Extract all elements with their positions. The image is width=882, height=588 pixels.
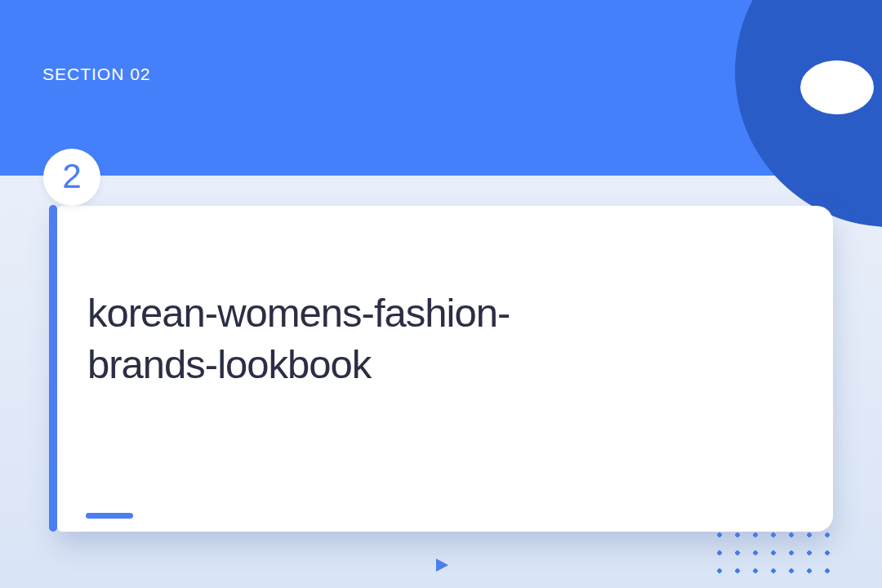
card-underline-dash — [86, 513, 133, 519]
card-title-line-2: brands-lookbook — [87, 339, 510, 390]
step-number-badge: 2 — [43, 149, 100, 206]
step-number: 2 — [62, 159, 81, 196]
card-accent-bar — [49, 205, 57, 532]
dark-circle-decoration — [735, 0, 882, 227]
dot-grid-decoration — [710, 526, 836, 580]
white-ellipse-decoration — [800, 60, 874, 114]
card-title-line-1: korean-womens-fashion- — [87, 287, 510, 339]
play-triangle-icon[interactable] — [436, 559, 448, 572]
section-label: SECTION 02 — [42, 65, 151, 84]
card-title: korean-womens-fashion- brands-lookbook — [87, 287, 510, 390]
title-card: korean-womens-fashion- brands-lookbook — [56, 206, 833, 532]
